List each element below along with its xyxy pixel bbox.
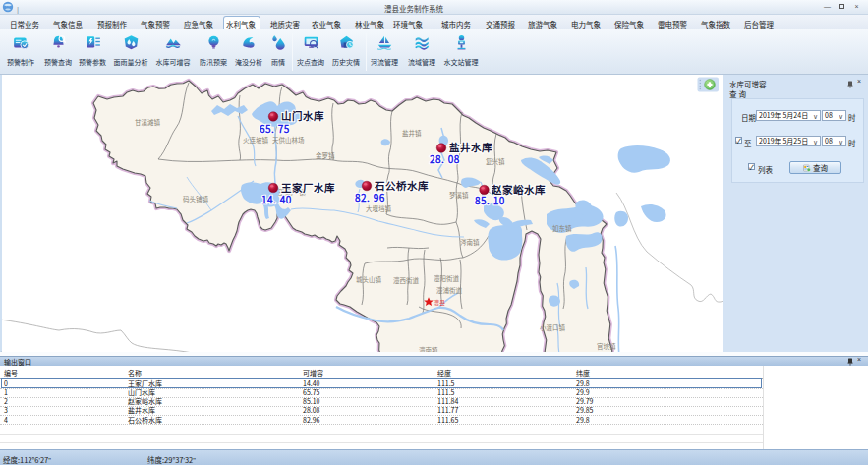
svg-text:65. 75: 65. 75 <box>260 121 290 136</box>
svg-text:天供山林场: 天供山林场 <box>272 135 305 145</box>
svg-text:澧浦街道: 澧浦街道 <box>436 285 463 295</box>
svg-text:梦溪镇: 梦溪镇 <box>449 190 469 200</box>
svg-text:28. 08: 28. 08 <box>430 151 460 166</box>
svg-text:火连坡镇: 火连坡镇 <box>243 135 269 145</box>
svg-text:大堰垱镇: 大堰垱镇 <box>366 203 392 213</box>
svg-text:盐井镇: 盐井镇 <box>402 128 422 138</box>
svg-text:小渡口镇: 小渡口镇 <box>540 322 566 332</box>
svg-text:如东镇: 如东镇 <box>552 223 572 233</box>
svg-text:澧县: 澧县 <box>434 298 445 307</box>
svg-text:码头铺镇: 码头铺镇 <box>183 194 209 203</box>
svg-text:85. 10: 85. 10 <box>475 193 505 207</box>
svg-text:82. 96: 82. 96 <box>355 190 385 204</box>
svg-text:澧西街道: 澧西街道 <box>393 275 420 285</box>
svg-text:金罗镇: 金罗镇 <box>316 150 335 160</box>
svg-text:城头山镇: 城头山镇 <box>356 274 382 284</box>
svg-text:涔南镇: 涔南镇 <box>460 237 480 247</box>
svg-text:甘溪滩镇: 甘溪滩镇 <box>135 117 161 127</box>
svg-text:官垸镇: 官垸镇 <box>597 341 616 351</box>
svg-text:澧阳街道: 澧阳街道 <box>434 273 460 283</box>
svg-text:澧南镇: 澧南镇 <box>419 345 438 352</box>
svg-text:复兴镇: 复兴镇 <box>486 156 505 166</box>
svg-text:14. 40: 14. 40 <box>261 192 292 206</box>
